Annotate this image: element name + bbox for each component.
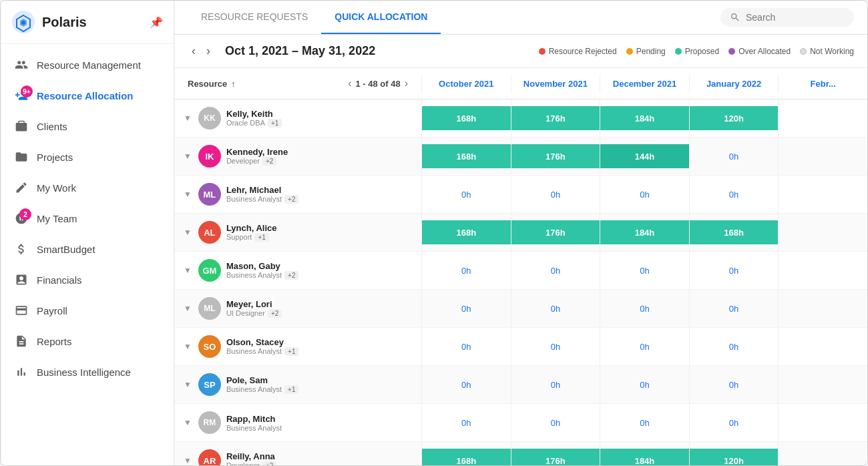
month-cell[interactable]: 0h: [689, 328, 779, 365]
table-row[interactable]: ▼ KK Kelly, Keith Oracle DBA+1 168h176h1…: [174, 99, 867, 138]
month-cell[interactable]: [778, 366, 867, 403]
cell-bar[interactable]: 168h: [422, 106, 511, 130]
table-row[interactable]: ▼ SP Pole, Sam Business Analyst+1 0h0h0h…: [174, 366, 867, 404]
month-cell[interactable]: 144h: [600, 138, 689, 175]
expand-button[interactable]: ▼: [182, 379, 193, 391]
cell-bar[interactable]: 120h: [690, 449, 779, 465]
month-cell[interactable]: 0h: [511, 366, 600, 403]
month-cell[interactable]: 184h: [600, 99, 689, 137]
expand-button[interactable]: ▼: [182, 302, 193, 314]
cell-bar[interactable]: 184h: [600, 106, 689, 130]
month-cell[interactable]: 168h: [421, 214, 511, 251]
cell-bar[interactable]: 168h: [422, 220, 511, 244]
month-cell[interactable]: 168h: [421, 442, 511, 465]
month-cell[interactable]: 0h: [511, 290, 600, 327]
cell-bar[interactable]: 176h: [511, 449, 600, 465]
month-cell[interactable]: 0h: [511, 328, 600, 365]
pagination-next[interactable]: ›: [405, 77, 408, 89]
sidebar-item-resource-management[interactable]: Resource Management: [1, 49, 174, 80]
expand-button[interactable]: ▼: [182, 150, 193, 162]
month-cell[interactable]: 0h: [689, 176, 779, 213]
month-cell[interactable]: 0h: [421, 176, 511, 213]
sidebar-item-financials[interactable]: Financials: [1, 264, 174, 295]
sidebar-item-my-team[interactable]: 2 My Team: [1, 203, 174, 234]
expand-button[interactable]: ▼: [182, 455, 193, 465]
table-row[interactable]: ▼ SO Olson, Stacey Business Analyst+1 0h…: [174, 328, 867, 366]
expand-button[interactable]: ▼: [182, 264, 193, 276]
month-cell[interactable]: 0h: [689, 290, 779, 327]
month-cell[interactable]: [778, 99, 867, 137]
cell-bar[interactable]: 184h: [600, 220, 689, 244]
table-row[interactable]: ▼ RM Rapp, Mitch Business Analyst 0h0h0h…: [174, 404, 867, 442]
table-row[interactable]: ▼ ML Meyer, Lori UI Designer+2 0h0h0h0h: [174, 290, 867, 328]
month-cell[interactable]: 168h: [421, 99, 511, 137]
month-cell[interactable]: 184h: [600, 214, 689, 251]
table-row[interactable]: ▼ AL Lynch, Alice Support+1 168h176h184h…: [174, 214, 867, 252]
month-cell[interactable]: [778, 252, 867, 289]
month-cell[interactable]: [778, 290, 867, 327]
sidebar-item-payroll[interactable]: Payroll: [1, 295, 174, 326]
cell-bar[interactable]: 168h: [422, 449, 511, 465]
month-cell[interactable]: 168h: [689, 214, 779, 251]
month-cell[interactable]: 0h: [600, 328, 689, 365]
month-cell[interactable]: 120h: [689, 442, 779, 465]
tab-resource-requests[interactable]: RESOURCE REQUESTS: [188, 1, 321, 34]
expand-button[interactable]: ▼: [182, 112, 193, 124]
month-cell[interactable]: [778, 328, 867, 365]
month-cell[interactable]: [778, 404, 867, 441]
month-cell[interactable]: 0h: [600, 252, 689, 289]
month-cell[interactable]: 184h: [600, 442, 689, 465]
table-row[interactable]: ▼ ML Lehr, Michael Business Analyst+2 0h…: [174, 176, 867, 214]
sort-icon[interactable]: ↑: [231, 79, 236, 89]
month-cell[interactable]: 0h: [511, 404, 600, 441]
expand-button[interactable]: ▼: [182, 188, 193, 200]
sidebar-item-clients[interactable]: Clients: [1, 111, 174, 142]
tab-quick-allocation[interactable]: QUICK ALLOCATION: [321, 1, 441, 34]
month-cell[interactable]: [778, 138, 867, 175]
expand-button[interactable]: ▼: [182, 340, 193, 353]
month-cell[interactable]: [778, 442, 867, 465]
sidebar-item-projects[interactable]: Projects: [1, 142, 174, 172]
month-cell[interactable]: 120h: [689, 99, 779, 137]
cell-bar[interactable]: 168h: [422, 144, 511, 168]
month-cell[interactable]: 176h: [511, 214, 600, 251]
sidebar-item-bi[interactable]: Business Intelligence: [1, 357, 174, 387]
month-cell[interactable]: 0h: [421, 328, 511, 365]
table-row[interactable]: ▼ IK Kennedy, Irene Developer+2 168h176h…: [174, 138, 867, 176]
cell-bar[interactable]: 184h: [600, 449, 689, 465]
sidebar-item-my-work[interactable]: My Work: [1, 172, 174, 203]
expand-button[interactable]: ▼: [182, 417, 193, 429]
pagination-prev[interactable]: ‹: [348, 77, 351, 89]
month-cell[interactable]: 0h: [511, 252, 600, 289]
month-cell[interactable]: 0h: [511, 176, 600, 213]
month-cell[interactable]: [778, 214, 867, 251]
month-cell[interactable]: [778, 176, 867, 213]
month-cell[interactable]: 0h: [689, 366, 779, 403]
search-input[interactable]: [746, 12, 839, 23]
prev-date-button[interactable]: ‹: [188, 43, 200, 59]
cell-bar[interactable]: 176h: [511, 106, 600, 130]
cell-bar[interactable]: 168h: [690, 220, 779, 244]
sidebar-item-smartbudget[interactable]: SmartBudget: [1, 234, 174, 264]
table-row[interactable]: ▼ GM Mason, Gaby Business Analyst+2 0h0h…: [174, 252, 867, 290]
sidebar-item-resource-allocation[interactable]: 9+ Resource Allocation: [1, 80, 174, 111]
month-cell[interactable]: 0h: [600, 366, 689, 403]
next-date-button[interactable]: ›: [202, 43, 214, 59]
month-cell[interactable]: 176h: [511, 442, 600, 465]
pin-icon[interactable]: 📌: [150, 16, 163, 29]
month-cell[interactable]: 0h: [600, 404, 689, 441]
sidebar-item-reports[interactable]: Reports: [1, 326, 174, 357]
month-cell[interactable]: 176h: [511, 99, 600, 137]
cell-bar[interactable]: 144h: [600, 144, 689, 168]
month-cell[interactable]: 0h: [600, 176, 689, 213]
month-cell[interactable]: 0h: [689, 252, 779, 289]
month-cell[interactable]: 0h: [421, 366, 511, 403]
expand-button[interactable]: ▼: [182, 226, 193, 238]
month-cell[interactable]: 168h: [421, 138, 511, 175]
month-cell[interactable]: 0h: [600, 290, 689, 327]
cell-bar[interactable]: 176h: [511, 144, 600, 168]
table-row[interactable]: ▼ AR Reilly, Anna Developer+2 168h176h18…: [174, 442, 867, 465]
month-cell[interactable]: 0h: [421, 290, 511, 327]
month-cell[interactable]: 0h: [421, 404, 511, 441]
cell-bar[interactable]: 120h: [690, 106, 779, 130]
